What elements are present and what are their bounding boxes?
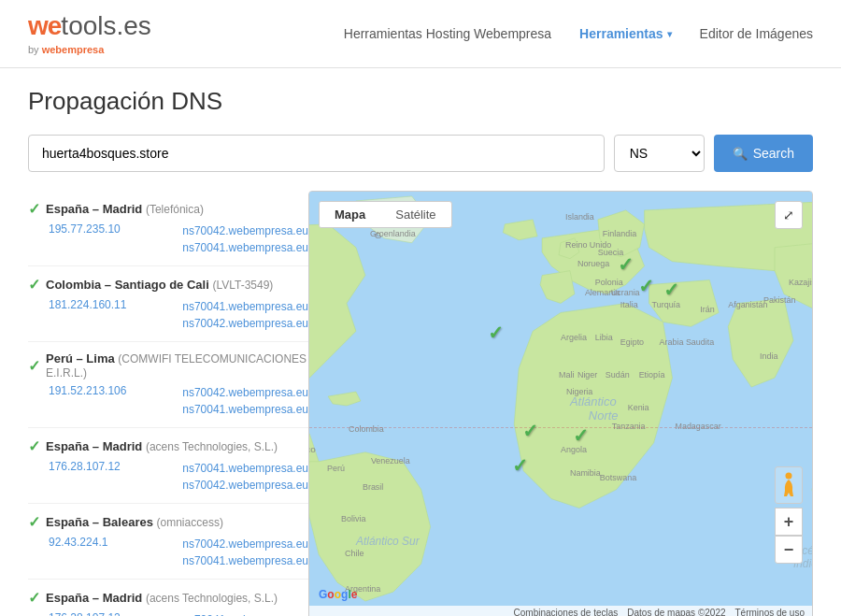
- map-pin-north-america: ✓: [488, 322, 504, 344]
- result-item: ✓ Colombia – Santiago de Cali (LVLT-3549…: [28, 266, 308, 342]
- map-tab-mapa[interactable]: Mapa: [320, 202, 380, 227]
- svg-text:Argelia: Argelia: [561, 333, 587, 342]
- result-ns: ns70041.webempresa.euns70042.webempresa.…: [182, 460, 308, 494]
- map-tabs: Mapa Satélite: [319, 201, 452, 228]
- map-fullscreen-button[interactable]: ⤢: [775, 201, 803, 229]
- svg-text:Namibia: Namibia: [570, 468, 601, 478]
- map-pin-south-america-1: ✓: [522, 420, 538, 442]
- google-logo: Google: [319, 588, 357, 601]
- result-ns: ns70042.webempresa.euns70041.webempresa.…: [182, 222, 308, 256]
- svg-text:Kenia: Kenia: [628, 403, 649, 412]
- svg-text:Colombia: Colombia: [349, 424, 384, 434]
- map-terms-link[interactable]: Términos de uso: [735, 608, 805, 616]
- result-data: 176.28.107.12 ns70041.webempresa.euns700…: [28, 460, 308, 494]
- svg-text:Bolivia: Bolivia: [341, 514, 365, 523]
- main-layout: ✓ España – Madrid (Telefónica) 195.77.23…: [28, 191, 813, 616]
- check-icon: ✓: [28, 589, 40, 607]
- svg-text:Arabia Saudita: Arabia Saudita: [660, 337, 715, 347]
- domain-search-input[interactable]: [28, 135, 605, 172]
- svg-text:Perú: Perú: [327, 464, 345, 473]
- result-ip: 176.28.107.12: [49, 460, 121, 494]
- svg-text:Chile: Chile: [345, 549, 363, 558]
- svg-text:Italia: Italia: [620, 300, 638, 309]
- svg-text:Noruega: Noruega: [577, 259, 609, 268]
- result-location: España – Madrid (acens Technologies, S.L…: [46, 591, 278, 605]
- result-header: ✓ Colombia – Santiago de Cali (LVLT-3549…: [28, 276, 308, 294]
- map-background: Estados Unidos México Atlántico Norte At…: [309, 192, 812, 616]
- svg-text:Botswana: Botswana: [600, 473, 636, 482]
- result-ip: 176.28.107.12: [49, 611, 121, 616]
- nav-editor[interactable]: Editor de Imágenes: [700, 26, 813, 41]
- result-header: ✓ España – Baleares (omniaccess): [28, 513, 308, 531]
- svg-text:Alemania: Alemania: [585, 289, 620, 298]
- map-zoom-controls: + −: [775, 466, 803, 564]
- map-footer: Combinaciones de teclas Datos de mapas ©…: [309, 606, 812, 616]
- result-data: 92.43.224.1 ns70042.webempresa.euns70041…: [28, 536, 308, 569]
- result-data: 195.77.235.10 ns70042.webempresa.euns700…: [28, 222, 308, 256]
- logo-tools: tools: [61, 11, 116, 40]
- fullscreen-icon: ⤢: [783, 208, 794, 222]
- street-view-icon[interactable]: [775, 466, 803, 504]
- svg-text:Atlántico: Atlántico: [569, 394, 617, 408]
- result-location: Perú – Lima (COMWIFI TELECOMUNICACIONES …: [46, 351, 308, 380]
- nav-tools-label: Herramientas: [579, 26, 663, 41]
- check-icon: ✓: [28, 276, 40, 294]
- svg-text:Madagascar: Madagascar: [675, 422, 720, 431]
- page-title: Propagación DNS: [28, 87, 813, 116]
- check-icon: ✓: [28, 200, 40, 218]
- map-keyboard-shortcuts[interactable]: Combinaciones de teclas: [514, 608, 619, 616]
- map-zoom-in-button[interactable]: +: [775, 508, 803, 536]
- check-icon: ✓: [28, 357, 40, 375]
- results-list: ✓ España – Madrid (Telefónica) 195.77.23…: [28, 191, 308, 616]
- svg-text:Afganistán: Afganistán: [728, 300, 767, 309]
- map-pin-spain: ✓: [638, 275, 654, 297]
- logo-es: .es: [117, 11, 151, 40]
- result-header: ✓ España – Madrid (acens Technologies, S…: [28, 437, 308, 455]
- svg-text:Groenlandia: Groenlandia: [370, 229, 416, 238]
- check-icon: ✓: [28, 437, 40, 455]
- svg-text:Libia: Libia: [595, 333, 613, 342]
- nav-hosting[interactable]: Herramientas Hosting Webempresa: [344, 26, 551, 41]
- map-zoom-out-button[interactable]: −: [775, 536, 803, 564]
- map-pin-venezuela: ✓: [573, 424, 589, 447]
- result-data: 191.52.213.106 ns70042.webempresa.euns70…: [28, 384, 308, 418]
- svg-text:Kazajistán: Kazajistán: [789, 278, 812, 287]
- svg-text:Turquía: Turquía: [652, 300, 681, 309]
- result-header: ✓ España – Madrid (Telefónica): [28, 200, 308, 218]
- result-location: España – Baleares (omniaccess): [46, 515, 223, 529]
- svg-text:India: India: [760, 351, 777, 361]
- logo-by: by: [28, 44, 42, 55]
- search-button[interactable]: 🔍 Search: [714, 135, 813, 172]
- svg-text:Finlandia: Finlandia: [603, 229, 636, 238]
- svg-text:Brasil: Brasil: [363, 482, 383, 492]
- result-ns: ns70041.webempresa.euns70042.webempresa.…: [182, 611, 308, 616]
- map-pin-south-america-2: ✓: [512, 454, 528, 477]
- result-location: Colombia – Santiago de Cali (LVLT-3549): [46, 278, 273, 292]
- svg-text:Pakistán: Pakistán: [763, 295, 795, 305]
- result-location: España – Madrid (acens Technologies, S.L…: [46, 439, 278, 453]
- svg-text:México: México: [309, 444, 316, 454]
- header: wetools.es by webempresa Herramientas Ho…: [0, 0, 841, 68]
- result-ns: ns70041.webempresa.euns70042.webempresa.…: [182, 298, 308, 332]
- map-pin-spain-2: ✓: [663, 279, 679, 301]
- result-ip: 181.224.160.11: [49, 298, 126, 332]
- svg-text:Egipto: Egipto: [620, 337, 644, 347]
- check-icon: ✓: [28, 513, 40, 531]
- svg-text:Norte: Norte: [589, 408, 619, 423]
- result-item: ✓ España – Baleares (omniaccess) 92.43.2…: [28, 504, 308, 580]
- result-item: ✓ Perú – Lima (COMWIFI TELECOMUNICACIONE…: [28, 342, 308, 428]
- svg-text:Niger: Niger: [577, 370, 597, 380]
- svg-text:Sudán: Sudán: [606, 370, 630, 380]
- search-icon: 🔍: [733, 147, 748, 161]
- svg-text:Atlántico Sur: Atlántico Sur: [355, 535, 420, 548]
- map-tab-satelite[interactable]: Satélite: [380, 202, 450, 227]
- svg-text:Etiopía: Etiopía: [639, 370, 665, 380]
- svg-text:Polonia: Polonia: [595, 278, 623, 287]
- chevron-down-icon: ▾: [667, 29, 672, 39]
- svg-text:Reino Unido: Reino Unido: [565, 240, 611, 250]
- nav-tools[interactable]: Herramientas ▾: [579, 26, 672, 41]
- record-type-select[interactable]: NS A AAAA CNAME MX TXT SOA: [614, 135, 705, 172]
- result-ns: ns70042.webempresa.euns70041.webempresa.…: [182, 384, 308, 418]
- search-bar: NS A AAAA CNAME MX TXT SOA 🔍 Search: [28, 135, 813, 172]
- result-ip: 92.43.224.1: [49, 536, 107, 569]
